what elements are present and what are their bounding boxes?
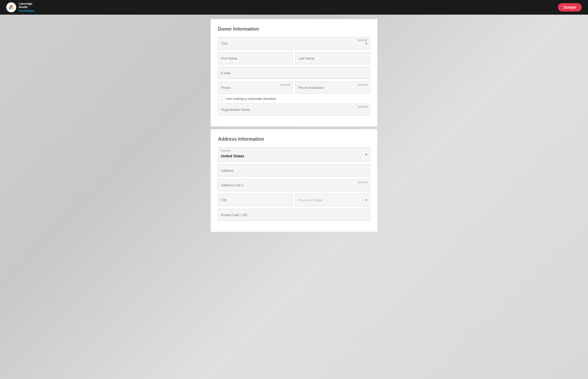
address-group [218, 164, 370, 176]
title-row: optional Title Mr. Mrs. Ms. Dr. ▾ [218, 37, 370, 50]
org-name-input[interactable] [218, 104, 370, 116]
phone-ext-optional-label: optional [357, 83, 367, 86]
email-group [218, 67, 370, 79]
corporate-checkbox-label: I am making a corporate donation [225, 97, 276, 101]
postal-code-group [218, 209, 370, 221]
phone-row: optional optional [218, 82, 370, 94]
phone-optional-label: optional [280, 83, 290, 86]
main-content: Donor Information optional Title Mr. Mrs… [0, 0, 588, 245]
address2-input[interactable] [218, 179, 370, 191]
logo-line2: Health [19, 5, 34, 9]
phone-extension-group: optional [295, 82, 370, 94]
province-state-select[interactable]: Province / State Alabama Alaska Arizona … [296, 194, 370, 206]
logo-icon [6, 2, 16, 12]
address2-optional-label: optional [357, 181, 367, 184]
org-name-group: optional [218, 104, 370, 116]
country-select-wrapper: Country United States Canada United King… [218, 147, 370, 162]
last-name-group [295, 52, 370, 64]
city-input[interactable] [218, 194, 293, 206]
province-select-wrapper: Province / State Alabama Alaska Arizona … [295, 194, 370, 206]
logo-line3: Foundation [19, 9, 34, 13]
address-input[interactable] [218, 164, 370, 176]
logo-area: Lakeridge Health Foundation [6, 2, 34, 13]
country-select[interactable]: United States Canada United Kingdom Aust… [218, 152, 370, 162]
logo-line1: Lakeridge [19, 2, 34, 5]
donor-section-title: Donor Information [218, 26, 370, 32]
header: Lakeridge Health Foundation Donate [0, 0, 588, 15]
corporate-checkbox-row: I am making a corporate donation [218, 96, 370, 101]
city-group [218, 194, 293, 206]
email-row [218, 67, 370, 79]
country-label: Country [218, 147, 370, 152]
city-province-row: Province / State Alabama Alaska Arizona … [218, 194, 370, 206]
donate-button[interactable]: Donate [558, 3, 582, 12]
postal-code-input[interactable] [218, 209, 370, 221]
province-state-group: Province / State Alabama Alaska Arizona … [295, 194, 370, 206]
postal-code-row [218, 209, 370, 221]
country-group: Country United States Canada United King… [218, 147, 370, 162]
title-group: optional Title Mr. Mrs. Ms. Dr. ▾ [218, 37, 370, 50]
donor-information-section: Donor Information optional Title Mr. Mrs… [210, 19, 378, 127]
address-section-title: Address Information [218, 136, 370, 142]
corporate-checkbox[interactable] [218, 96, 223, 101]
first-name-group [218, 52, 293, 64]
last-name-input[interactable] [295, 52, 370, 64]
name-row [218, 52, 370, 64]
org-name-row: optional [218, 104, 370, 116]
first-name-input[interactable] [218, 52, 293, 64]
logo-text: Lakeridge Health Foundation [19, 2, 34, 13]
email-input[interactable] [218, 67, 370, 79]
phone-group: optional [218, 82, 293, 94]
address2-group: optional [218, 179, 370, 191]
forms-container: Donor Information optional Title Mr. Mrs… [210, 19, 378, 234]
title-select[interactable]: Title Mr. Mrs. Ms. Dr. [218, 37, 370, 49]
address2-row: optional [218, 179, 370, 191]
address-row [218, 164, 370, 176]
title-select-wrapper: optional Title Mr. Mrs. Ms. Dr. ▾ [218, 37, 370, 50]
svg-point-2 [11, 7, 14, 9]
address-information-section: Address Information Country United State… [210, 129, 378, 232]
title-optional-label: optional [357, 38, 367, 42]
org-optional-label: optional [357, 105, 367, 108]
country-row: Country United States Canada United King… [218, 147, 370, 162]
